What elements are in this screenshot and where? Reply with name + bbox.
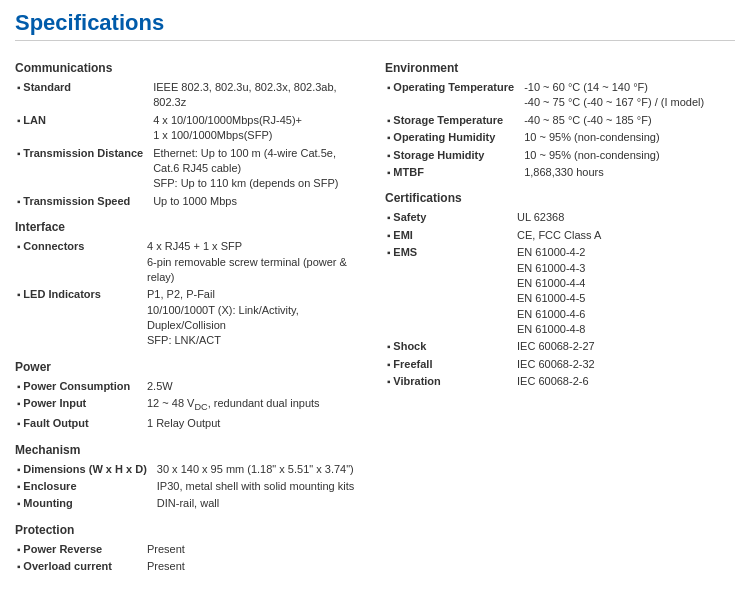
power-input-label: Power Input bbox=[15, 395, 145, 415]
table-row: Freefall IEC 60068-2-32 bbox=[385, 356, 735, 373]
standard-value: IEEE 802.3, 802.3u, 802.3x, 802.3ab, 802… bbox=[151, 79, 365, 112]
safety-label: Safety bbox=[385, 209, 515, 226]
table-row: LED Indicators P1, P2, P-Fail10/100/1000… bbox=[15, 286, 365, 350]
fault-output-label: Fault Output bbox=[15, 415, 145, 432]
table-row: Safety UL 62368 bbox=[385, 209, 735, 226]
protection-section-title: Protection bbox=[15, 523, 365, 537]
power-reverse-value: Present bbox=[145, 541, 365, 558]
table-row: Operating Humidity 10 ~ 95% (non-condens… bbox=[385, 129, 735, 146]
environment-section-title: Environment bbox=[385, 61, 735, 75]
dimensions-label: Dimensions (W x H x D) bbox=[15, 461, 155, 478]
two-column-layout: Communications Standard IEEE 802.3, 802.… bbox=[15, 51, 735, 580]
ems-label: EMS bbox=[385, 244, 515, 338]
table-row: LAN 4 x 10/100/1000Mbps(RJ-45)+1 x 100/1… bbox=[15, 112, 365, 145]
mounting-label: Mounting bbox=[15, 495, 155, 512]
safety-value: UL 62368 bbox=[515, 209, 735, 226]
mounting-value: DIN-rail, wall bbox=[155, 495, 365, 512]
right-column: Environment Operating Temperature -10 ~ … bbox=[385, 51, 735, 580]
freefall-label: Freefall bbox=[385, 356, 515, 373]
shock-label: Shock bbox=[385, 338, 515, 355]
vibration-value: IEC 60068-2-6 bbox=[515, 373, 735, 390]
transmission-speed-value: Up to 1000 Mbps bbox=[151, 193, 365, 210]
standard-label: Standard bbox=[15, 79, 151, 112]
mechanism-table: Dimensions (W x H x D) 30 x 140 x 95 mm … bbox=[15, 461, 365, 513]
table-row: Enclosure IP30, metal shell with solid m… bbox=[15, 478, 365, 495]
operating-temp-label: Operating Temperature bbox=[385, 79, 522, 112]
ems-value: EN 61000-4-2EN 61000-4-3EN 61000-4-4EN 6… bbox=[515, 244, 735, 338]
storage-temp-value: -40 ~ 85 °C (-40 ~ 185 °F) bbox=[522, 112, 735, 129]
interface-section-title: Interface bbox=[15, 220, 365, 234]
table-row: Standard IEEE 802.3, 802.3u, 802.3x, 802… bbox=[15, 79, 365, 112]
table-row: Power Consumption 2.5W bbox=[15, 378, 365, 395]
interface-table: Connectors 4 x RJ45 + 1 x SFP6-pin remov… bbox=[15, 238, 365, 350]
table-row: MTBF 1,868,330 hours bbox=[385, 164, 735, 181]
operating-temp-value: -10 ~ 60 °C (14 ~ 140 °F)-40 ~ 75 °C (-4… bbox=[522, 79, 735, 112]
shock-value: IEC 60068-2-27 bbox=[515, 338, 735, 355]
mtbf-label: MTBF bbox=[385, 164, 522, 181]
transmission-distance-label: Transmission Distance bbox=[15, 145, 151, 193]
table-row: Storage Humidity 10 ~ 95% (non-condensin… bbox=[385, 147, 735, 164]
table-row: EMS EN 61000-4-2EN 61000-4-3EN 61000-4-4… bbox=[385, 244, 735, 338]
table-row: Storage Temperature -40 ~ 85 °C (-40 ~ 1… bbox=[385, 112, 735, 129]
storage-humidity-value: 10 ~ 95% (non-condensing) bbox=[522, 147, 735, 164]
certifications-section-title: Certifications bbox=[385, 191, 735, 205]
transmission-speed-label: Transmission Speed bbox=[15, 193, 151, 210]
freefall-value: IEC 60068-2-32 bbox=[515, 356, 735, 373]
table-row: Overload current Present bbox=[15, 558, 365, 575]
mechanism-section-title: Mechanism bbox=[15, 443, 365, 457]
communications-table: Standard IEEE 802.3, 802.3u, 802.3x, 802… bbox=[15, 79, 365, 210]
storage-temp-label: Storage Temperature bbox=[385, 112, 522, 129]
power-reverse-label: Power Reverse bbox=[15, 541, 145, 558]
overload-current-value: Present bbox=[145, 558, 365, 575]
power-input-value: 12 ~ 48 VDC, redundant dual inputs bbox=[145, 395, 365, 415]
table-row: Power Input 12 ~ 48 VDC, redundant dual … bbox=[15, 395, 365, 415]
table-row: Connectors 4 x RJ45 + 1 x SFP6-pin remov… bbox=[15, 238, 365, 286]
table-row: Fault Output 1 Relay Output bbox=[15, 415, 365, 432]
power-table: Power Consumption 2.5W Power Input 12 ~ … bbox=[15, 378, 365, 433]
emi-value: CE, FCC Class A bbox=[515, 227, 735, 244]
table-row: Mounting DIN-rail, wall bbox=[15, 495, 365, 512]
emi-label: EMI bbox=[385, 227, 515, 244]
operating-humidity-label: Operating Humidity bbox=[385, 129, 522, 146]
lan-label: LAN bbox=[15, 112, 151, 145]
page-title: Specifications bbox=[15, 10, 735, 41]
connectors-label: Connectors bbox=[15, 238, 145, 286]
led-indicators-value: P1, P2, P-Fail10/100/1000T (X): Link/Act… bbox=[145, 286, 365, 350]
table-row: Dimensions (W x H x D) 30 x 140 x 95 mm … bbox=[15, 461, 365, 478]
table-row: Vibration IEC 60068-2-6 bbox=[385, 373, 735, 390]
mtbf-value: 1,868,330 hours bbox=[522, 164, 735, 181]
table-row: Operating Temperature -10 ~ 60 °C (14 ~ … bbox=[385, 79, 735, 112]
operating-humidity-value: 10 ~ 95% (non-condensing) bbox=[522, 129, 735, 146]
lan-value: 4 x 10/100/1000Mbps(RJ-45)+1 x 100/1000M… bbox=[151, 112, 365, 145]
storage-humidity-label: Storage Humidity bbox=[385, 147, 522, 164]
protection-table: Power Reverse Present Overload current P… bbox=[15, 541, 365, 576]
vibration-label: Vibration bbox=[385, 373, 515, 390]
dimensions-value: 30 x 140 x 95 mm (1.18" x 5.51" x 3.74") bbox=[155, 461, 365, 478]
transmission-distance-value: Ethernet: Up to 100 m (4-wire Cat.5e, Ca… bbox=[151, 145, 365, 193]
main-content: Specifications Communications Standard I… bbox=[0, 0, 750, 590]
certifications-table: Safety UL 62368 EMI CE, FCC Class A EMS … bbox=[385, 209, 735, 390]
table-row: EMI CE, FCC Class A bbox=[385, 227, 735, 244]
overload-current-label: Overload current bbox=[15, 558, 145, 575]
left-column: Communications Standard IEEE 802.3, 802.… bbox=[15, 51, 365, 580]
connectors-value: 4 x RJ45 + 1 x SFP6-pin removable screw … bbox=[145, 238, 365, 286]
enclosure-label: Enclosure bbox=[15, 478, 155, 495]
table-row: Transmission Distance Ethernet: Up to 10… bbox=[15, 145, 365, 193]
led-indicators-label: LED Indicators bbox=[15, 286, 145, 350]
environment-table: Operating Temperature -10 ~ 60 °C (14 ~ … bbox=[385, 79, 735, 181]
table-row: Power Reverse Present bbox=[15, 541, 365, 558]
power-section-title: Power bbox=[15, 360, 365, 374]
table-row: Shock IEC 60068-2-27 bbox=[385, 338, 735, 355]
fault-output-value: 1 Relay Output bbox=[145, 415, 365, 432]
power-consumption-label: Power Consumption bbox=[15, 378, 145, 395]
enclosure-value: IP30, metal shell with solid mounting ki… bbox=[155, 478, 365, 495]
power-consumption-value: 2.5W bbox=[145, 378, 365, 395]
communications-section-title: Communications bbox=[15, 61, 365, 75]
table-row: Transmission Speed Up to 1000 Mbps bbox=[15, 193, 365, 210]
